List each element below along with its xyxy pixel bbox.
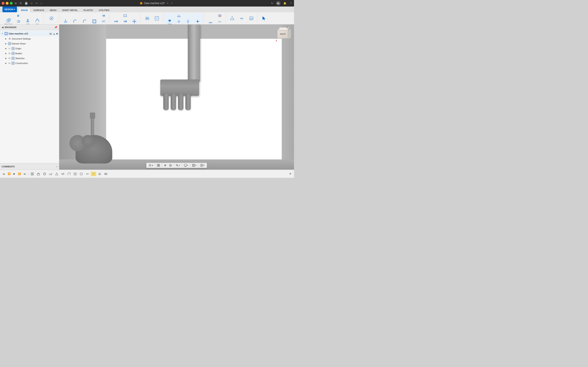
automate-button[interactable]	[47, 13, 56, 24]
insert-label[interactable]: INSERT ▾	[238, 24, 246, 24]
select-button[interactable]	[260, 13, 269, 24]
tab-mesh[interactable]: MESH	[47, 8, 59, 12]
comments-add-button[interactable]: +	[56, 165, 57, 168]
tree-item-origin[interactable]: ▶ Origin	[0, 46, 59, 51]
sketches-eye-icon[interactable]	[8, 57, 11, 60]
root-cloud-button[interactable]: ☁	[53, 33, 55, 35]
bodies-expand[interactable]: ▶	[4, 52, 7, 55]
tl-btn-7[interactable]	[66, 172, 72, 176]
viewport[interactable]: Z X RIGHT ▾	[59, 25, 294, 170]
vp-panels-button[interactable]: ▾	[199, 163, 206, 167]
joint-button[interactable]	[112, 16, 121, 24]
configure-label[interactable]: CONFIGURE ▾	[146, 24, 158, 24]
tl-btn-13[interactable]	[103, 172, 108, 176]
offset-plane-button[interactable]: Offset	[165, 16, 174, 24]
parameters-button[interactable]	[143, 13, 152, 24]
point-button[interactable]	[193, 16, 202, 24]
vp-grid-button[interactable]: ▾	[191, 163, 198, 167]
tl-btn-10[interactable]	[85, 172, 90, 176]
vp-settings-button[interactable]: ▾	[148, 163, 154, 167]
updates-button[interactable]: ↻	[270, 1, 274, 5]
curvature-comb-button[interactable]	[216, 19, 224, 24]
undo-button[interactable]: ↩	[30, 1, 34, 5]
tl-btn-8[interactable]	[72, 172, 78, 176]
change-parameters-button[interactable]	[152, 13, 161, 24]
close-tab-button[interactable]: ×	[166, 1, 169, 5]
automate-label[interactable]: AUTOMATE ▾	[46, 24, 57, 24]
menu-icon[interactable]: ☰	[19, 1, 23, 5]
viewcube-right-face[interactable]: RIGHT	[277, 29, 288, 39]
vp-display-button[interactable]: ▾	[183, 163, 189, 167]
vp-orbit-button[interactable]	[168, 163, 173, 167]
tl-btn-5[interactable]	[54, 172, 60, 176]
help-button[interactable]: ?	[289, 1, 292, 5]
tangent-plane-button[interactable]	[175, 19, 183, 24]
doc-settings-expand[interactable]: ▶	[4, 37, 7, 40]
tl-btn-1[interactable]	[30, 172, 35, 176]
move-bodies-button[interactable]	[130, 16, 139, 24]
viewcube[interactable]: Z X RIGHT	[276, 26, 292, 43]
close-button[interactable]	[2, 2, 4, 5]
construction-eye-icon[interactable]	[8, 62, 11, 65]
root-expand-icon[interactable]: ▾	[1, 32, 4, 35]
maximize-button[interactable]	[10, 2, 13, 5]
coil-button[interactable]: Coil	[33, 16, 42, 24]
tab-sheet-metal[interactable]: SHEET METAL	[60, 8, 80, 12]
loft-button[interactable]: Loft	[23, 16, 32, 24]
scale-button[interactable]	[99, 19, 108, 24]
origin-expand[interactable]: ▶	[4, 47, 7, 50]
tree-item-document-settings[interactable]: ▶ ⚙ Document Settings	[0, 36, 59, 41]
redo-button[interactable]: ↪	[35, 1, 38, 5]
profile-badge[interactable]: AL	[276, 1, 281, 6]
tree-item-bodies[interactable]: ▶ Bodies	[0, 51, 59, 56]
tl-btn-active[interactable]	[91, 172, 96, 176]
root-document-item[interactable]: ▾ Claw machine v13 ☁ ⏺	[0, 31, 59, 36]
timeline-start-button[interactable]: ⏮	[2, 172, 6, 176]
measure-button[interactable]	[206, 16, 215, 24]
root-record-button[interactable]: ⏺	[56, 33, 58, 35]
insert-mesh-button[interactable]	[228, 13, 237, 24]
vp-layout-button[interactable]	[156, 163, 161, 167]
tl-btn-4[interactable]	[48, 172, 53, 176]
timeline-end-button[interactable]: ⏭	[23, 172, 27, 176]
tl-btn-12[interactable]	[97, 172, 102, 176]
fillet-button[interactable]	[71, 16, 80, 24]
tab-plastic[interactable]: PLASTIC	[81, 8, 96, 12]
root-visibility-button[interactable]	[49, 33, 52, 35]
axis-through-button[interactable]	[183, 16, 192, 24]
chamfer-button[interactable]	[80, 16, 89, 24]
tl-btn-3[interactable]	[42, 172, 47, 176]
vp-zoom-button[interactable]: ▾	[175, 163, 181, 167]
viewcube-side-face[interactable]	[288, 28, 291, 39]
sketches-expand[interactable]: ▶	[4, 57, 7, 60]
tree-item-sketches[interactable]: ▶ Sketches	[0, 56, 59, 61]
select-label[interactable]: SELECT ▾	[260, 24, 268, 24]
vp-pan-button[interactable]	[163, 163, 168, 167]
tl-btn-2[interactable]	[36, 172, 41, 176]
settings-button[interactable]: ⚙	[288, 172, 292, 176]
tl-btn-9[interactable]	[79, 172, 84, 176]
browser-pin-button[interactable]: 📌	[54, 26, 57, 29]
plane-at-angle-button[interactable]	[175, 13, 183, 18]
tab-surface[interactable]: SURFACE	[31, 8, 47, 12]
timeline-play-button[interactable]: ▶	[12, 172, 16, 176]
home-button[interactable]: ⌂	[40, 1, 43, 5]
save-icon[interactable]: 💾	[24, 1, 29, 5]
insert-svg-button[interactable]	[237, 13, 246, 24]
insert-dxf-button[interactable]: DXF	[247, 13, 256, 24]
apps-icon[interactable]: ⊞	[14, 1, 17, 5]
tab-utilities[interactable]: UTILITIES	[96, 8, 112, 12]
browser-collapse-button[interactable]: ◀	[2, 26, 3, 29]
new-component-button[interactable]: New Comp	[3, 16, 14, 24]
revolve-button[interactable]	[15, 19, 23, 24]
shell-button[interactable]	[90, 16, 99, 24]
combine-button[interactable]	[99, 13, 108, 18]
minimize-button[interactable]	[6, 2, 9, 5]
rigid-group-button[interactable]	[121, 19, 129, 24]
press-pull-button[interactable]	[61, 16, 70, 24]
bodies-eye-icon[interactable]	[8, 52, 11, 55]
as-built-joint-button[interactable]	[121, 13, 129, 18]
tl-btn-6[interactable]	[60, 172, 66, 176]
timeline-prev-button[interactable]: ⏪	[7, 172, 12, 176]
tree-item-named-views[interactable]: ▶ Named Views	[0, 41, 59, 46]
